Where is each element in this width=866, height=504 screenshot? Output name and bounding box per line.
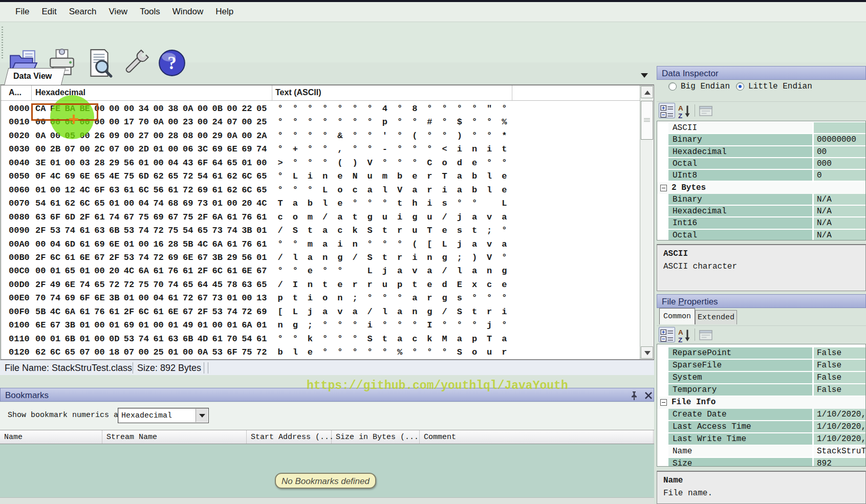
categorized-view-button[interactable]	[659, 327, 675, 342]
hex-byte-cell[interactable]: 2F	[35, 280, 50, 290]
ascii-char-cell[interactable]: S	[362, 253, 377, 262]
ascii-char-cell[interactable]: ,	[333, 144, 348, 154]
hex-byte-cell[interactable]: 69	[65, 293, 80, 303]
ascii-char-cell[interactable]: °	[348, 320, 362, 330]
ascii-char-cell[interactable]: °	[318, 158, 333, 168]
ascii-char-cell[interactable]: ;	[302, 320, 317, 330]
property-value[interactable]: 1/10/2020, 2	[814, 433, 866, 445]
ascii-char-cell[interactable]: T	[482, 334, 497, 344]
ascii-char-cell[interactable]: °	[362, 144, 377, 154]
property-value[interactable]: 892	[814, 458, 866, 467]
ascii-char-cell[interactable]: °	[437, 131, 452, 141]
ascii-char-cell[interactable]: /	[437, 266, 452, 276]
hex-byte-cell[interactable]: 6E	[227, 144, 242, 154]
hex-byte-cell[interactable]: 78	[227, 280, 242, 290]
ascii-char-cell[interactable]: j	[452, 212, 467, 222]
property-label[interactable]: Binary	[668, 194, 812, 205]
ascii-char-cell[interactable]: °	[273, 185, 288, 195]
ascii-char-cell[interactable]: p	[273, 293, 288, 303]
hex-byte-cell[interactable]: 72	[242, 307, 256, 317]
ascii-char-cell[interactable]: °	[333, 117, 348, 127]
hex-byte-cell[interactable]: 2F	[109, 253, 124, 262]
ascii-char-cell[interactable]: t	[377, 334, 392, 344]
hex-byte-cell[interactable]: 76	[168, 266, 183, 276]
ascii-char-cell[interactable]: °	[318, 131, 333, 141]
ascii-char-cell[interactable]: °	[273, 266, 288, 276]
hex-byte-cell[interactable]: 65	[168, 171, 183, 181]
ascii-char-cell[interactable]: °	[497, 158, 512, 168]
ascii-char-cell[interactable]: V	[482, 253, 497, 262]
hex-byte-cell[interactable]: 01	[212, 199, 227, 208]
ascii-char-cell[interactable]: °	[333, 320, 348, 330]
ascii-char-cell[interactable]: C	[422, 158, 437, 168]
hex-byte-cell[interactable]: 00	[124, 104, 139, 114]
ascii-char-cell[interactable]: t	[348, 212, 362, 222]
ascii-char-cell[interactable]: m	[377, 171, 392, 181]
ascii-char-cell[interactable]: °	[467, 320, 482, 330]
ascii-char-cell[interactable]: °	[318, 334, 333, 344]
ascii-char-cell[interactable]: L	[288, 171, 302, 181]
hex-byte-cell[interactable]: 56	[242, 253, 256, 262]
hex-byte-cell[interactable]: 69	[124, 320, 139, 330]
ascii-char-cell[interactable]: k	[302, 334, 317, 344]
ascii-char-cell[interactable]: j	[452, 239, 467, 249]
hex-byte-cell[interactable]: 53	[212, 347, 227, 357]
hex-byte-cell[interactable]: 6E	[79, 171, 94, 181]
hex-byte-cell[interactable]: 53	[124, 253, 139, 262]
hex-byte-cell[interactable]: 61	[94, 212, 109, 222]
scroll-down-button[interactable]	[641, 346, 653, 359]
hex-byte-cell[interactable]: 00	[35, 239, 50, 249]
ascii-char-cell[interactable]: °	[407, 320, 422, 330]
ascii-char-cell[interactable]: °	[348, 334, 362, 344]
hex-row-address[interactable]: 00A0	[9, 239, 30, 249]
hex-byte-cell[interactable]: 00	[35, 334, 50, 344]
ascii-char-cell[interactable]: b	[273, 347, 288, 357]
hex-byte-cell[interactable]: 75	[168, 226, 183, 235]
ascii-char-cell[interactable]: °	[452, 104, 467, 114]
ascii-char-cell[interactable]: g	[362, 212, 377, 222]
ascii-char-cell[interactable]: °	[348, 104, 362, 114]
hex-byte-cell[interactable]: 5B	[35, 307, 50, 317]
ascii-char-cell[interactable]: °	[348, 347, 362, 357]
hex-byte-cell[interactable]: 0A	[153, 117, 168, 127]
ascii-char-cell[interactable]: a	[318, 239, 333, 249]
hex-byte-cell[interactable]: 65	[256, 185, 271, 195]
hex-byte-cell[interactable]: 73	[212, 226, 227, 235]
hex-byte-cell[interactable]: 72	[256, 347, 271, 357]
ascii-char-cell[interactable]: t	[407, 280, 422, 290]
hex-byte-cell[interactable]: 61	[79, 226, 94, 235]
hex-byte-cell[interactable]: 00	[94, 334, 109, 344]
hex-byte-cell[interactable]: 69	[183, 199, 198, 208]
ascii-char-cell[interactable]: °	[288, 117, 302, 127]
ascii-char-cell[interactable]: e	[497, 280, 512, 290]
property-value[interactable]: False	[814, 360, 866, 371]
hex-byte-cell[interactable]: 00	[50, 117, 65, 127]
ascii-char-cell[interactable]: °	[288, 185, 302, 195]
ascii-char-cell[interactable]: -	[377, 144, 392, 154]
hex-byte-cell[interactable]: 00	[242, 131, 256, 141]
ascii-char-cell[interactable]: L	[288, 307, 302, 317]
hex-byte-cell[interactable]: 69	[198, 185, 212, 195]
ascii-char-cell[interactable]: °	[318, 144, 333, 154]
hex-byte-cell[interactable]: 01	[50, 158, 65, 168]
bookmarks-column-header[interactable]: Stream Name	[102, 430, 247, 444]
ascii-char-cell[interactable]: °	[377, 347, 392, 357]
ascii-char-cell[interactable]: °	[467, 293, 482, 303]
hex-byte-cell[interactable]: 6B	[183, 334, 198, 344]
ascii-char-cell[interactable]: I	[288, 280, 302, 290]
ascii-char-cell[interactable]: °	[393, 104, 407, 114]
hex-byte-cell[interactable]: 53	[212, 307, 227, 317]
hex-byte-cell[interactable]: 65	[256, 280, 271, 290]
ascii-char-cell[interactable]: °	[348, 131, 362, 141]
ascii-char-cell[interactable]: d	[437, 280, 452, 290]
ascii-char-cell[interactable]: /	[437, 307, 452, 317]
ascii-char-cell[interactable]: °	[422, 131, 437, 141]
property-label[interactable]: ASCII	[668, 122, 812, 133]
ascii-char-cell[interactable]: n	[333, 293, 348, 303]
ascii-char-cell[interactable]: °	[437, 347, 452, 357]
ascii-char-cell[interactable]: S	[362, 334, 377, 344]
ascii-char-cell[interactable]: t	[302, 226, 317, 235]
ascii-char-cell[interactable]: /	[273, 253, 288, 262]
ascii-char-cell[interactable]: °	[482, 131, 497, 141]
hex-byte-cell[interactable]: 2F	[35, 253, 50, 262]
